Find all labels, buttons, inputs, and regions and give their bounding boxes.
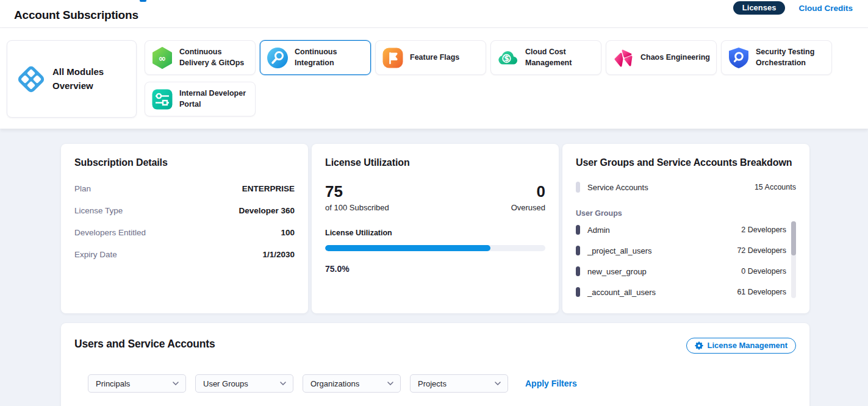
chevron-down-icon [387,382,393,385]
user-groups-dropdown[interactable]: User Groups [195,374,293,393]
used-licenses: 75 of 100 Subscribed [325,183,389,212]
chevron-down-icon [280,382,286,385]
license-management-button[interactable]: License Management [686,338,797,354]
expiry-date-row: Expiry Date 1/1/2030 [74,250,295,259]
apply-filters-link[interactable]: Apply Filters [525,379,577,388]
chaos-icon [612,47,634,69]
user-group-row: Admin 2 Developers [576,219,786,240]
svg-text:$: $ [504,54,509,63]
service-accounts-marker [576,182,580,193]
used-count: 75 [325,183,389,199]
cd-gitops-icon: ∞ [151,47,173,69]
user-group-row: _account_all_users 61 Developers [576,282,786,302]
service-accounts-row: Service Accounts 15 Accounts [576,182,796,193]
module-card-ci[interactable]: Continuous Integration [260,40,371,75]
service-accounts-label: Service Accounts [587,183,755,192]
module-label: Cloud Cost Management [525,47,595,68]
user-group-row: new_user_group 0 Developers [576,261,786,282]
chevron-down-icon [173,382,179,385]
group-marker [576,287,580,297]
utilization-bar-fill [325,245,490,251]
clipped-nav-remnant [140,0,146,2]
utilization-bar-label: License Utilization [325,229,545,237]
group-marker [576,225,580,235]
ci-icon [267,47,289,69]
group-marker [576,246,580,255]
utilization-bar-track [325,245,545,251]
module-label: Continuous Delivery & GitOps [179,47,249,68]
module-grid: ∞ Continuous Delivery & GitOps Continuou… [145,40,843,118]
groups-scrollbar-thumb[interactable] [791,221,796,255]
cloud-credits-tab[interactable]: Cloud Credits [798,4,853,13]
user-group-row: _project_all_users 72 Developers [576,240,786,261]
users-section-title: Users and Service Accounts [74,338,215,351]
filters-row: Principals User Groups Organizations Pro… [88,374,796,393]
module-label: Continuous Integration [295,47,364,68]
stats-section: Subscription Details Plan ENTERPRISE Lic… [0,129,868,313]
projects-dropdown[interactable]: Projects [410,374,508,393]
chevron-down-icon [495,382,501,385]
breakdown-card: User Groups and Service Accounts Breakdo… [562,144,809,313]
module-card-cd-gitops[interactable]: ∞ Continuous Delivery & GitOps [145,40,256,75]
overused-licenses: 0 Overused [511,183,545,212]
used-caption: of 100 Subscribed [325,203,389,212]
group-marker [576,266,580,276]
module-label: Chaos Engineering [640,52,710,63]
module-card-cloud-cost[interactable]: $ Cloud Cost Management [490,40,601,75]
subscription-details-card: Subscription Details Plan ENTERPRISE Lic… [61,144,308,313]
idp-icon [151,88,173,110]
subscription-details-title: Subscription Details [74,157,295,168]
utilization-percent: 75.0% [325,264,545,274]
module-label: Security Testing Orchestration [756,47,825,68]
all-modules-overview-label: All Modules Overview [52,65,130,93]
svg-text:∞: ∞ [159,52,167,63]
module-card-idp[interactable]: Internal Developer Portal [145,82,256,116]
feature-flags-icon [382,47,404,69]
all-modules-icon [17,65,45,93]
overused-caption: Overused [511,203,545,212]
module-label: Feature Flags [410,52,459,63]
license-utilization-card: License Utilization 75 of 100 Subscribed… [312,144,559,313]
groups-scrollbar[interactable] [791,221,796,298]
license-utilization-title: License Utilization [325,157,545,168]
organizations-dropdown[interactable]: Organizations [303,374,401,393]
developers-entitled-row: Developers Entitled 100 [74,228,295,237]
gear-icon [695,341,703,350]
header-tabs: Licenses Cloud Credits [733,1,853,15]
principals-dropdown[interactable]: Principals [88,374,186,393]
license-management-label: License Management [708,341,788,350]
user-groups-list: Admin 2 Developers _project_all_users 72… [576,219,796,302]
overused-count: 0 [511,183,545,199]
license-type-row: License Type Developer 360 [74,206,295,215]
module-label: Internal Developer Portal [179,88,249,110]
module-card-chaos[interactable]: Chaos Engineering [606,40,717,75]
licenses-tab[interactable]: Licenses [733,1,786,15]
cloud-cost-icon: $ [497,47,519,69]
module-strip: All Modules Overview ∞ Continuous Delive… [0,28,868,129]
sto-shield-icon [728,47,750,69]
users-service-accounts-section: Users and Service Accounts License Manag… [61,323,809,406]
breakdown-title: User Groups and Service Accounts Breakdo… [576,157,796,168]
service-accounts-value: 15 Accounts [755,183,796,191]
page-header: Account Subscriptions Licenses Cloud Cre… [0,0,868,28]
plan-row: Plan ENTERPRISE [74,184,295,193]
user-groups-heading: User Groups [576,209,796,218]
module-card-sto[interactable]: Security Testing Orchestration [721,40,832,75]
module-card-feature-flags[interactable]: Feature Flags [375,40,486,75]
all-modules-overview-card[interactable]: All Modules Overview [7,40,137,118]
